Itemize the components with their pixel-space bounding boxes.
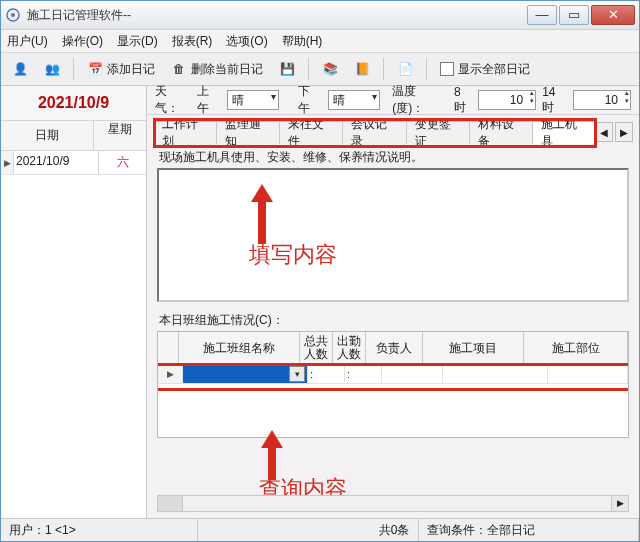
tab-row: 工作计划 监理通知 来往文件 会议记录 变更签证 材料设备 施工机具 ◀ ▶ xyxy=(153,121,633,143)
app-icon xyxy=(5,7,21,23)
tb-copy-button[interactable]: 📄 xyxy=(392,57,418,81)
menu-bar: 用户(U) 操作(O) 显示(D) 报表(R) 选项(O) 帮助(H) xyxy=(1,30,639,53)
maximize-button[interactable]: ▭ xyxy=(559,5,589,25)
shift-leader-cell[interactable] xyxy=(382,365,443,383)
toolbar: 👤 👥 📅 添加日记 🗑 删除当前日记 💾 📚 📙 📄 显示全部日记 xyxy=(1,53,639,86)
show-all-checkbox[interactable] xyxy=(440,62,454,76)
date-table: 日期 星期 ▶ 2021/10/9 六 xyxy=(1,121,146,518)
menu-user[interactable]: 用户(U) xyxy=(7,33,48,50)
shift-table: 施工班组名称 总共人数 出勤人数 负责人 施工项目 施工部位 ▶ : : xyxy=(157,331,629,438)
shift-col-attend: 出勤人数 xyxy=(333,332,366,364)
minimize-button[interactable]: — xyxy=(527,5,557,25)
shift-part-cell[interactable] xyxy=(548,365,628,383)
weather-pm-label: 下午 xyxy=(298,83,322,117)
delete-diary-label: 删除当前日记 xyxy=(191,61,263,78)
shift-col-marker xyxy=(158,332,179,364)
save-button[interactable]: 💾 xyxy=(274,57,300,81)
weather-row: 天气： 上午 晴 下午 晴 温度(度)： 8时 10 14时 10 xyxy=(147,86,639,115)
show-all-button[interactable]: 显示全部日记 xyxy=(435,57,535,81)
menu-report[interactable]: 报表(R) xyxy=(172,33,213,50)
date-row[interactable]: ▶ 2021/10/9 六 xyxy=(1,151,146,175)
weather-am-label: 上午 xyxy=(197,83,221,117)
shift-item-cell[interactable] xyxy=(443,365,548,383)
shift-col-team: 施工班组名称 xyxy=(179,332,300,364)
temp-hour1-input[interactable]: 10 xyxy=(478,90,536,110)
window-title: 施工日记管理软件-- xyxy=(27,7,527,24)
temp-label: 温度(度)： xyxy=(392,83,448,117)
shift-row[interactable]: ▶ : : xyxy=(158,365,628,384)
row-marker-icon: ▶ xyxy=(1,151,14,174)
status-user: 用户：1 <1> xyxy=(1,519,198,541)
main-area: 2021/10/9 日期 星期 ▶ 2021/10/9 六 天气： 上午 晴 xyxy=(1,86,639,518)
note-textarea[interactable]: 填写内容 xyxy=(157,168,629,302)
add-diary-button[interactable]: 📅 添加日记 xyxy=(82,57,160,81)
tb-person2-button[interactable]: 👥 xyxy=(39,57,65,81)
menu-display[interactable]: 显示(D) xyxy=(117,33,158,50)
shift-section-label: 本日班组施工情况(C)： xyxy=(159,312,637,329)
tab-plan[interactable]: 工作计划 xyxy=(153,121,217,144)
shift-total-cell[interactable]: : xyxy=(308,365,345,383)
calendar-icon: 📅 xyxy=(87,61,103,77)
app-window: 施工日记管理软件-- — ▭ ✕ 用户(U) 操作(O) 显示(D) 报表(R)… xyxy=(0,0,640,542)
delete-diary-button[interactable]: 🗑 删除当前日记 xyxy=(166,57,268,81)
save-icon: 💾 xyxy=(279,61,295,77)
tab-material[interactable]: 材料设备 xyxy=(469,121,533,144)
tab-files[interactable]: 来往文件 xyxy=(279,121,343,144)
copy-icon: 📄 xyxy=(397,61,413,77)
date-cell: 2021/10/9 xyxy=(14,151,99,174)
tab-notice[interactable]: 监理通知 xyxy=(216,121,280,144)
shift-attend-cell[interactable]: : xyxy=(345,365,382,383)
annotation-arrow-2 xyxy=(257,430,287,480)
menu-help[interactable]: 帮助(H) xyxy=(282,33,323,50)
stack1-icon: 📚 xyxy=(322,61,338,77)
temp-hour1-label: 8时 xyxy=(454,85,473,116)
tb-misc2-button[interactable]: 📙 xyxy=(349,57,375,81)
shift-col-part: 施工部位 xyxy=(524,332,628,364)
shift-col-total: 总共人数 xyxy=(300,332,333,364)
left-pane: 2021/10/9 日期 星期 ▶ 2021/10/9 六 xyxy=(1,86,147,518)
date-col-week: 星期 xyxy=(94,121,146,150)
tab-change[interactable]: 变更签证 xyxy=(406,121,470,144)
tab-equipment[interactable]: 施工机具 xyxy=(532,121,596,144)
stack2-icon: 📙 xyxy=(354,61,370,77)
show-all-label: 显示全部日记 xyxy=(458,61,530,78)
tb-person1-button[interactable]: 👤 xyxy=(7,57,33,81)
shift-col-item: 施工项目 xyxy=(423,332,524,364)
temp-hour2-label: 14时 xyxy=(542,85,567,116)
shift-team-select[interactable] xyxy=(183,365,308,383)
annotation-arrow-1 xyxy=(247,184,277,244)
tab-scroll-left[interactable]: ◀ xyxy=(595,122,613,142)
delete-icon: 🗑 xyxy=(171,61,187,77)
tb-misc1-button[interactable]: 📚 xyxy=(317,57,343,81)
row-marker-icon: ▶ xyxy=(158,365,183,383)
menu-operate[interactable]: 操作(O) xyxy=(62,33,103,50)
temp-hour2-input[interactable]: 10 xyxy=(573,90,631,110)
weather-am-select[interactable]: 晴 xyxy=(227,90,279,110)
status-filter: 查询条件：全部日记 xyxy=(419,519,640,541)
svg-point-1 xyxy=(11,13,15,17)
status-count: 共0条 xyxy=(198,519,419,541)
tab-scroll-right[interactable]: ▶ xyxy=(615,122,633,142)
shift-col-leader: 负责人 xyxy=(366,332,423,364)
date-col-date: 日期 xyxy=(1,121,94,150)
scrollbar-right-arrow[interactable]: ▶ xyxy=(611,496,628,511)
close-button[interactable]: ✕ xyxy=(591,5,635,25)
tab-meeting[interactable]: 会议记录 xyxy=(342,121,406,144)
weather-label: 天气： xyxy=(155,83,191,117)
horizontal-scrollbar[interactable]: ▶ xyxy=(157,495,629,512)
week-cell: 六 xyxy=(99,151,146,174)
current-date-header: 2021/10/9 xyxy=(1,86,146,121)
scrollbar-thumb[interactable] xyxy=(158,496,183,511)
add-diary-label: 添加日记 xyxy=(107,61,155,78)
people-icon: 👥 xyxy=(44,61,60,77)
note-label: 现场施工机具使用、安装、维修、保养情况说明。 xyxy=(159,149,627,166)
person-icon: 👤 xyxy=(12,61,28,77)
right-pane: 天气： 上午 晴 下午 晴 温度(度)： 8时 10 14时 10 工作计划 监… xyxy=(147,86,639,518)
weather-pm-select[interactable]: 晴 xyxy=(328,90,380,110)
annotation-label-fill: 填写内容 xyxy=(249,240,337,270)
title-bar: 施工日记管理软件-- — ▭ ✕ xyxy=(1,1,639,30)
status-bar: 用户：1 <1> 共0条 查询条件：全部日记 xyxy=(1,518,639,541)
menu-options[interactable]: 选项(O) xyxy=(226,33,267,50)
